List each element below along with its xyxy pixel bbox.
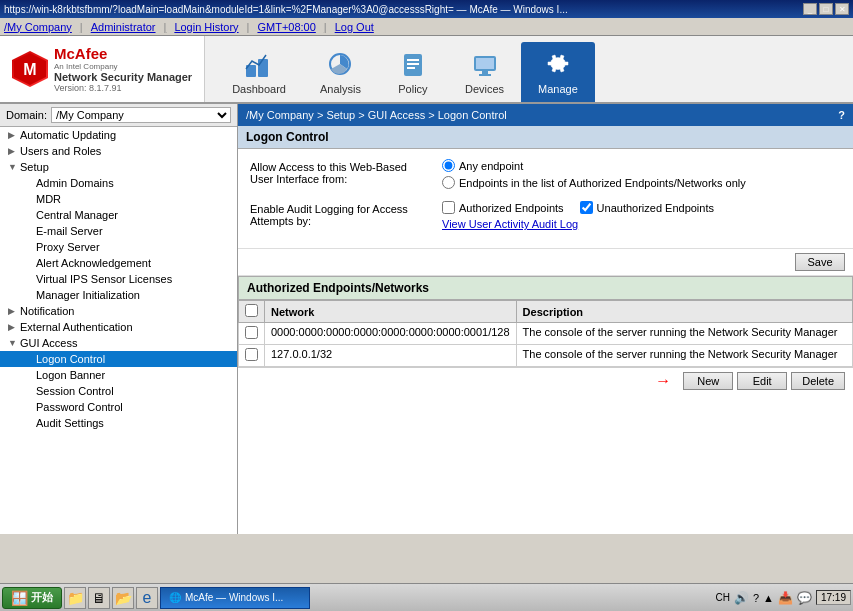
checkbox-unauthorized-input[interactable]	[580, 201, 593, 214]
tab-manage[interactable]: Manage	[521, 42, 595, 102]
svg-text:M: M	[23, 61, 36, 78]
taskbar: 🪟 开始 📁 🖥 📂 e 🌐 McAfe — Windows I... CH 🔊…	[0, 583, 853, 611]
audit-log-link[interactable]: View User Activity Audit Log	[442, 218, 578, 230]
arrow-notification: ▶	[8, 306, 18, 316]
minimize-btn[interactable]: _	[803, 3, 817, 15]
tree-item-notification[interactable]: ▶ Notification	[0, 303, 237, 319]
radio-any-endpoint[interactable]: Any endpoint	[442, 159, 841, 172]
checkbox-authorized[interactable]: Authorized Endpoints	[442, 201, 564, 214]
content-area: /My Company > Setup > GUI Access > Logon…	[238, 104, 853, 534]
radio-any-endpoint-input[interactable]	[442, 159, 455, 172]
tray-help[interactable]: ?	[753, 592, 759, 604]
row2-checkbox[interactable]	[245, 348, 258, 361]
taskbar-icon-2[interactable]: 🖥	[88, 587, 110, 609]
clock: 17:19	[816, 590, 851, 605]
tab-policy[interactable]: Policy	[378, 42, 448, 102]
tab-devices[interactable]: Devices	[448, 42, 521, 102]
tree-item-alert-ack[interactable]: Alert Acknowledgement	[0, 255, 237, 271]
svg-rect-11	[482, 71, 488, 74]
delete-button[interactable]: Delete	[791, 372, 845, 390]
radio-endpoints-only-label: Endpoints in the list of Authorized Endp…	[459, 177, 746, 189]
maximize-btn[interactable]: □	[819, 3, 833, 15]
start-button[interactable]: 🪟 开始	[2, 587, 62, 609]
select-all-checkbox[interactable]	[245, 304, 258, 317]
tree-label-ext-auth: External Authentication	[20, 321, 133, 333]
taskbar-icon-ie[interactable]: e	[136, 587, 158, 609]
breadcrumb: /My Company > Setup > GUI Access > Logon…	[246, 109, 507, 121]
tree-item-logon-control[interactable]: Logon Control	[0, 351, 237, 367]
tree-item-setup[interactable]: ▼ Setup	[0, 159, 237, 175]
radio-endpoints-only[interactable]: Endpoints in the list of Authorized Endp…	[442, 176, 841, 189]
tree-item-password-control[interactable]: Password Control	[0, 399, 237, 415]
domain-select[interactable]: /My Company	[51, 107, 231, 123]
checkbox-unauthorized[interactable]: Unauthorized Endpoints	[580, 201, 714, 214]
tree-item-central-manager[interactable]: Central Manager	[0, 207, 237, 223]
tab-manage-label: Manage	[538, 83, 578, 95]
titlebar: https://win-k8rkbtsfbmm/?loadMain=loadMa…	[0, 0, 853, 18]
tree-item-gui-access[interactable]: ▼ GUI Access	[0, 335, 237, 351]
menu-logout[interactable]: Log Out	[335, 21, 374, 33]
tree-item-audit-settings[interactable]: Audit Settings	[0, 415, 237, 431]
dashboard-icon	[243, 49, 275, 81]
row1-checkbox[interactable]	[245, 326, 258, 339]
tree-label-email-server: E-mail Server	[36, 225, 103, 237]
arrow-setup: ▼	[8, 162, 18, 172]
allow-access-section: Allow Access to this Web-Based User Inte…	[238, 149, 853, 249]
tree-label-users-roles: Users and Roles	[20, 145, 101, 157]
tab-dashboard[interactable]: Dashboard	[215, 42, 303, 102]
tray-network[interactable]: 📥	[778, 591, 793, 605]
tree-item-ext-auth[interactable]: ▶ External Authentication	[0, 319, 237, 335]
active-window-label: McAfe — Windows I...	[185, 592, 283, 603]
tree-item-admin-domains[interactable]: Admin Domains	[0, 175, 237, 191]
tab-policy-label: Policy	[398, 83, 427, 95]
tab-analysis[interactable]: Analysis	[303, 42, 378, 102]
col-description: Description	[516, 301, 852, 323]
tree-label-mdr: MDR	[36, 193, 61, 205]
row1-description: The console of the server running the Ne…	[516, 323, 852, 345]
menu-admin[interactable]: Administrator	[91, 21, 156, 33]
allow-access-label: Allow Access to this Web-Based User Inte…	[250, 159, 430, 185]
menu-timezone: GMT+08:00	[257, 21, 315, 33]
svg-rect-10	[476, 58, 494, 69]
taskbar-right: CH 🔊 ? ▲ 📥 💬 17:19	[716, 590, 852, 605]
tree-item-proxy-server[interactable]: Proxy Server	[0, 239, 237, 255]
tree-item-users-roles[interactable]: ▶ Users and Roles	[0, 143, 237, 159]
tray-volume[interactable]: 🔊	[734, 591, 749, 605]
allow-access-row: Allow Access to this Web-Based User Inte…	[250, 159, 841, 193]
brand-version: Version: 8.1.7.91	[54, 83, 192, 93]
policy-icon	[397, 49, 429, 81]
tree-item-session-control[interactable]: Session Control	[0, 383, 237, 399]
tree-item-logon-banner[interactable]: Logon Banner	[0, 367, 237, 383]
tray-msg[interactable]: 💬	[797, 591, 812, 605]
authorized-endpoints-header: Authorized Endpoints/Networks	[238, 276, 853, 300]
tray-arrow[interactable]: ▲	[763, 592, 774, 604]
save-button[interactable]: Save	[795, 253, 845, 271]
checkbox-authorized-input[interactable]	[442, 201, 455, 214]
tree-item-mdr[interactable]: MDR	[0, 191, 237, 207]
active-window-icon: 🌐	[169, 592, 181, 603]
tree-item-manager-init[interactable]: Manager Initialization	[0, 287, 237, 303]
taskbar-icon-3[interactable]: 📂	[112, 587, 134, 609]
col-network: Network	[265, 301, 517, 323]
endpoints-table: Network Description 0000:0000:0000:0000:…	[238, 300, 853, 367]
taskbar-active-window[interactable]: 🌐 McAfe — Windows I...	[160, 587, 310, 609]
tree-item-virtual-ips[interactable]: Virtual IPS Sensor Licenses	[0, 271, 237, 287]
radio-endpoints-only-input[interactable]	[442, 176, 455, 189]
table-header-row: Network Description	[239, 301, 853, 323]
arrow-indicator: →	[655, 372, 671, 390]
checkbox-authorized-label: Authorized Endpoints	[459, 202, 564, 214]
taskbar-icon-1[interactable]: 📁	[64, 587, 86, 609]
menu-login-history[interactable]: Login History	[174, 21, 238, 33]
edit-button[interactable]: Edit	[737, 372, 787, 390]
help-icon[interactable]: ?	[838, 109, 845, 121]
new-button[interactable]: New	[683, 372, 733, 390]
radio-any-endpoint-label: Any endpoint	[459, 160, 523, 172]
svg-rect-12	[479, 74, 491, 76]
tree-label-virtual-ips: Virtual IPS Sensor Licenses	[36, 273, 172, 285]
tree-label-password-control: Password Control	[36, 401, 123, 413]
close-btn[interactable]: ✕	[835, 3, 849, 15]
menu-company[interactable]: /My Company	[4, 21, 72, 33]
table-row: 127.0.0.1/32 The console of the server r…	[239, 345, 853, 367]
tree-item-email-server[interactable]: E-mail Server	[0, 223, 237, 239]
tree-item-auto-update[interactable]: ▶ Automatic Updating	[0, 127, 237, 143]
